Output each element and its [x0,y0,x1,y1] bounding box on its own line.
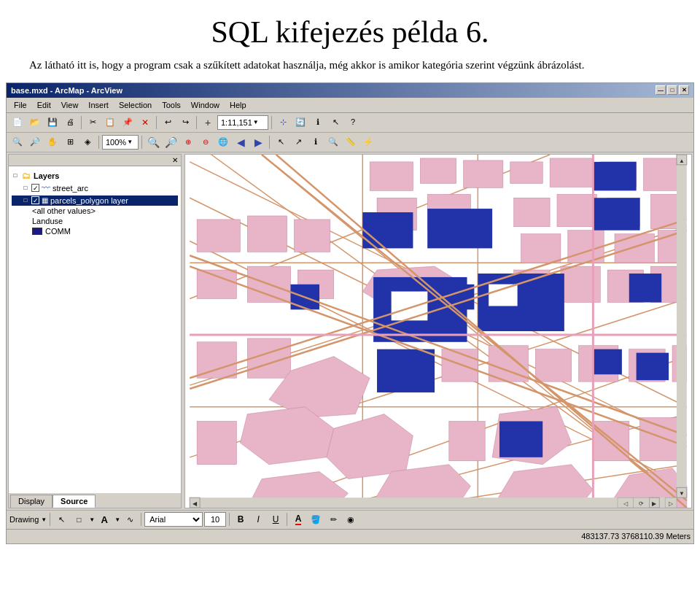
menu-tools[interactable]: Tools [158,99,185,111]
text-tool-button[interactable]: A [96,511,112,527]
scale-dropdown-icon[interactable]: ▼ [253,119,259,125]
svg-rect-27 [514,198,550,227]
menu-edit[interactable]: Edit [33,99,55,111]
line-color-button[interactable]: ✏ [325,511,341,527]
what-is-button[interactable]: ? [345,115,361,131]
menu-view[interactable]: View [57,99,83,111]
window-title: base.mxd - ArcMap - ArcView [11,86,122,95]
italic-button[interactable]: I [250,511,266,527]
svg-rect-78 [499,421,542,457]
paste-button[interactable]: 📌 [120,115,136,131]
find-button[interactable]: 🔍 [325,134,341,150]
layer-item-parcels[interactable]: □ ▦ parcels_polygon layer [12,195,178,206]
copy-button[interactable]: 📋 [102,115,118,131]
identify-button[interactable]: ℹ [310,115,326,131]
select-features-button[interactable]: ↖ [273,134,289,150]
tab-display[interactable]: Display [10,495,52,508]
layer-item-street-arc[interactable]: □ 〰 street_arc [12,182,178,194]
separator-2 [156,116,157,129]
cut-button[interactable]: ✂ [85,115,101,131]
menu-insert[interactable]: Insert [84,99,113,111]
underline-button[interactable]: U [268,511,284,527]
print-button[interactable]: 🖨 [62,115,78,131]
hyperlink-button[interactable]: ⚡ [360,134,376,150]
sublayer-all-other: <all other values> [32,206,178,216]
parcels-checkbox[interactable] [31,196,39,204]
svg-rect-90 [677,155,687,497]
zoom-dropdown-icon[interactable]: ▼ [127,139,133,145]
save-button[interactable]: 💾 [44,115,61,131]
font-color-button[interactable]: A [290,511,306,527]
scale-value: 1:11,151 [221,118,252,127]
svg-rect-20 [464,160,503,187]
font-size-input[interactable] [204,512,226,527]
street-arc-label: street_arc [52,184,88,193]
info-button[interactable]: ℹ [308,134,324,150]
zoom-full-button[interactable]: ⊞ [62,134,78,150]
svg-rect-58 [449,421,485,460]
street-arc-checkbox[interactable] [31,184,39,192]
measure-button[interactable]: 📏 [343,134,359,150]
status-bar: 483137.73 3768110.39 Meters [7,529,693,543]
go-forward-button[interactable]: ▶ [250,134,266,150]
open-button[interactable]: 📂 [27,115,43,131]
fixed-zoom-out[interactable]: ⊖ [198,134,214,150]
minimize-button[interactable]: — [656,85,666,95]
shadow-button[interactable]: ◉ [343,511,359,527]
undo-button[interactable]: ↩ [160,115,176,131]
svg-rect-22 [550,158,593,187]
draw-rect-dropdown[interactable]: ▼ [89,516,95,523]
maximize-button[interactable]: □ [667,85,677,95]
menu-file[interactable]: File [9,99,31,111]
go-back-button[interactable]: ◀ [233,134,249,150]
parcels-expand-icon[interactable]: □ [22,197,29,204]
svg-rect-19 [420,158,456,183]
refresh-button[interactable]: 🔄 [292,115,308,131]
zoom-layer-button[interactable]: ◈ [79,134,96,150]
menu-selection[interactable]: Selection [114,99,156,111]
menu-window[interactable]: Window [187,99,224,111]
font-name-select[interactable]: Arial [144,512,203,527]
clear-selection-button[interactable]: ↗ [290,134,306,150]
spline-button[interactable]: ∿ [122,511,138,527]
svg-rect-34 [521,233,561,263]
parcels-sublayers: <all other values> Landuse COMM [12,206,178,236]
globe-button[interactable]: 🌐 [215,134,231,150]
street-arc-expand-icon[interactable]: □ [22,185,29,191]
svg-rect-55 [197,421,236,464]
cursor-button[interactable]: ↖ [327,115,343,131]
zoom-in-rect-button[interactable]: 🔍 [9,134,26,150]
zoom-in-button[interactable]: 🔍 [145,134,161,150]
separator-5 [98,136,99,149]
draw-rect-button[interactable]: □ [71,511,87,527]
zoom-out-rect-button[interactable]: 🔎 [27,134,43,150]
pan-button[interactable]: ✋ [44,134,61,150]
tab-source[interactable]: Source [52,495,96,508]
fill-color-button[interactable]: 🪣 [308,511,324,527]
svg-text:▲: ▲ [679,157,685,163]
new-button[interactable]: 📄 [9,115,26,131]
text-dropdown-icon[interactable]: ▼ [114,516,120,523]
fixed-zoom-in[interactable]: ⊕ [180,134,196,150]
scale-box[interactable]: 1:11,151 ▼ [217,115,268,130]
layer-group-parcels: □ ▦ parcels_polygon layer <all other val… [12,195,178,236]
add-data-button[interactable]: + [200,115,216,131]
zoom-out-button[interactable]: 🔎 [163,134,179,150]
menu-help[interactable]: Help [225,99,251,111]
toc-close-button[interactable]: ✕ [172,156,178,164]
delete-button[interactable]: ✕ [137,115,153,131]
select-tool-button[interactable]: ↖ [53,511,69,527]
zoom-pct-box[interactable]: 100% ▼ [102,135,139,150]
drawing-dropdown-icon[interactable]: ▼ [41,516,47,523]
redo-button[interactable]: ↪ [177,115,193,131]
sublayer-comm: COMM [32,226,178,236]
edit-select-button[interactable]: ⊹ [275,115,291,131]
svg-rect-60 [593,421,629,460]
layers-expand-icon[interactable]: □ [12,172,19,179]
bold-button[interactable]: B [233,511,249,527]
main-content: ✕ □ 🗂 Layers □ 〰 street_arc [7,152,693,510]
separator-1 [81,116,82,129]
svg-rect-71 [593,198,639,230]
title-bar-buttons: — □ ✕ [656,85,689,95]
close-button[interactable]: ✕ [679,85,689,95]
